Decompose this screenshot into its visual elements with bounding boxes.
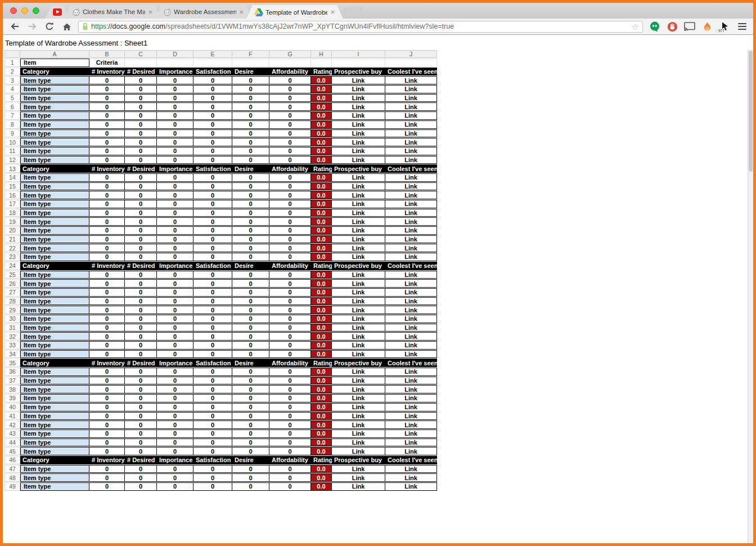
coolest-seen-link-cell[interactable]: Link	[385, 182, 437, 191]
adblock-extension-icon[interactable]	[667, 21, 678, 32]
coolest-seen-link-cell[interactable]: Link	[385, 209, 437, 217]
coolest-seen-link-cell[interactable]: Link	[385, 315, 437, 323]
prospective-buy-link-cell[interactable]: Link	[332, 412, 385, 420]
prospective-buy-link-cell[interactable]: Link	[332, 306, 385, 314]
prospective-buy-link-cell[interactable]: Link	[332, 394, 385, 402]
prospective-buy-link-cell[interactable]: Link	[332, 332, 385, 341]
prospective-buy-link-cell[interactable]: Link	[332, 482, 385, 491]
coolest-seen-link-cell[interactable]: Link	[385, 138, 437, 146]
prospective-buy-link-cell[interactable]: Link	[332, 447, 385, 455]
coolest-seen-link-cell[interactable]: Link	[385, 253, 437, 261]
coolest-seen-link-cell[interactable]: Link	[385, 102, 437, 111]
cursor-extension-icon[interactable]: 977	[719, 21, 730, 32]
tab-close-icon[interactable]: ×	[238, 8, 244, 16]
coolest-seen-link-cell[interactable]: Link	[385, 271, 437, 279]
prospective-buy-link-cell[interactable]: Link	[332, 420, 385, 429]
prospective-buy-link-cell[interactable]: Link	[332, 438, 385, 447]
coolest-seen-link-cell[interactable]: Link	[385, 94, 437, 102]
scrollbar-thumb[interactable]	[749, 51, 753, 172]
coolest-seen-link-cell[interactable]: Link	[385, 297, 437, 306]
prospective-buy-link-cell[interactable]: Link	[332, 138, 385, 146]
coolest-seen-link-cell[interactable]: Link	[385, 465, 437, 473]
prospective-buy-link-cell[interactable]: Link	[332, 191, 385, 199]
coolest-seen-link-cell[interactable]: Link	[385, 332, 437, 341]
chrome-menu-button[interactable]	[736, 21, 748, 32]
prospective-buy-link-cell[interactable]: Link	[332, 403, 385, 411]
coolest-seen-link-cell[interactable]: Link	[385, 341, 437, 350]
coolest-seen-link-cell[interactable]: Link	[385, 482, 437, 491]
zoom-window-button[interactable]	[33, 7, 39, 14]
prospective-buy-link-cell[interactable]: Link	[332, 200, 385, 208]
coolest-seen-link-cell[interactable]: Link	[385, 306, 437, 314]
coolest-seen-link-cell[interactable]: Link	[385, 191, 437, 199]
prospective-buy-link-cell[interactable]: Link	[332, 253, 385, 261]
prospective-buy-link-cell[interactable]: Link	[332, 209, 385, 217]
home-button[interactable]	[61, 20, 73, 33]
coolest-seen-link-cell[interactable]: Link	[385, 350, 437, 359]
prospective-buy-link-cell[interactable]: Link	[332, 279, 385, 288]
prospective-buy-link-cell[interactable]: Link	[332, 297, 385, 306]
coolest-seen-link-cell[interactable]: Link	[385, 244, 437, 252]
prospective-buy-link-cell[interactable]: Link	[332, 271, 385, 279]
close-window-button[interactable]	[10, 7, 17, 14]
prospective-buy-link-cell[interactable]: Link	[332, 102, 385, 111]
coolest-seen-link-cell[interactable]: Link	[385, 156, 437, 164]
vertical-scrollbar[interactable]	[748, 50, 753, 543]
prospective-buy-link-cell[interactable]: Link	[332, 377, 385, 385]
prospective-buy-link-cell[interactable]: Link	[332, 385, 385, 393]
prospective-buy-link-cell[interactable]: Link	[332, 120, 385, 129]
prospective-buy-link-cell[interactable]: Link	[332, 217, 385, 226]
coolest-seen-link-cell[interactable]: Link	[385, 385, 437, 393]
prospective-buy-link-cell[interactable]: Link	[332, 244, 385, 252]
tab-wardrobe-assessment[interactable]: Wardrobe Assessment: I b ×	[155, 5, 252, 19]
coolest-seen-link-cell[interactable]: Link	[385, 226, 437, 235]
prospective-buy-link-cell[interactable]: Link	[332, 473, 385, 482]
tab-template-wardrobe-assessment[interactable]: Template of Wardrobe Ass ×	[246, 5, 343, 19]
fire-extension-icon[interactable]	[701, 21, 713, 32]
coolest-seen-link-cell[interactable]: Link	[385, 129, 437, 138]
tab-clothes-make-the-man[interactable]: Clothes Make The Man ×	[64, 5, 161, 19]
coolest-seen-link-cell[interactable]: Link	[385, 288, 437, 297]
coolest-seen-link-cell[interactable]: Link	[385, 200, 437, 208]
coolest-seen-link-cell[interactable]: Link	[385, 85, 437, 93]
back-button[interactable]	[8, 20, 21, 33]
new-tab-button[interactable]	[339, 7, 364, 17]
tab-close-icon[interactable]: ×	[147, 8, 153, 16]
prospective-buy-link-cell[interactable]: Link	[332, 324, 385, 332]
coolest-seen-link-cell[interactable]: Link	[385, 438, 437, 447]
coolest-seen-link-cell[interactable]: Link	[385, 429, 437, 438]
prospective-buy-link-cell[interactable]: Link	[332, 76, 385, 84]
coolest-seen-link-cell[interactable]: Link	[385, 403, 437, 411]
coolest-seen-link-cell[interactable]: Link	[385, 217, 437, 226]
coolest-seen-link-cell[interactable]: Link	[385, 173, 437, 182]
coolest-seen-link-cell[interactable]: Link	[385, 473, 437, 482]
reload-button[interactable]	[43, 20, 56, 33]
prospective-buy-link-cell[interactable]: Link	[332, 315, 385, 323]
coolest-seen-link-cell[interactable]: Link	[385, 235, 437, 244]
tab-close-icon[interactable]: ×	[330, 8, 335, 16]
prospective-buy-link-cell[interactable]: Link	[332, 129, 385, 138]
prospective-buy-link-cell[interactable]: Link	[332, 235, 385, 244]
coolest-seen-link-cell[interactable]: Link	[385, 447, 437, 455]
cast-extension-icon[interactable]	[684, 21, 695, 32]
prospective-buy-link-cell[interactable]: Link	[332, 182, 385, 191]
coolest-seen-link-cell[interactable]: Link	[385, 377, 437, 385]
coolest-seen-link-cell[interactable]: Link	[385, 120, 437, 129]
coolest-seen-link-cell[interactable]: Link	[385, 412, 437, 420]
prospective-buy-link-cell[interactable]: Link	[332, 94, 385, 102]
prospective-buy-link-cell[interactable]: Link	[332, 111, 385, 120]
coolest-seen-link-cell[interactable]: Link	[385, 76, 437, 84]
prospective-buy-link-cell[interactable]: Link	[332, 156, 385, 164]
prospective-buy-link-cell[interactable]: Link	[332, 147, 385, 155]
bookmark-star-icon[interactable]: ☆	[632, 22, 639, 32]
hangouts-extension-icon[interactable]	[649, 21, 660, 32]
minimize-window-button[interactable]	[21, 7, 28, 14]
address-bar[interactable]: https://docs.google.com/spreadsheets/d/1…	[78, 21, 643, 33]
coolest-seen-link-cell[interactable]: Link	[385, 394, 437, 402]
prospective-buy-link-cell[interactable]: Link	[332, 341, 385, 350]
prospective-buy-link-cell[interactable]: Link	[332, 226, 385, 235]
prospective-buy-link-cell[interactable]: Link	[332, 350, 385, 359]
forward-button[interactable]	[26, 20, 38, 33]
coolest-seen-link-cell[interactable]: Link	[385, 279, 437, 288]
coolest-seen-link-cell[interactable]: Link	[385, 111, 437, 120]
